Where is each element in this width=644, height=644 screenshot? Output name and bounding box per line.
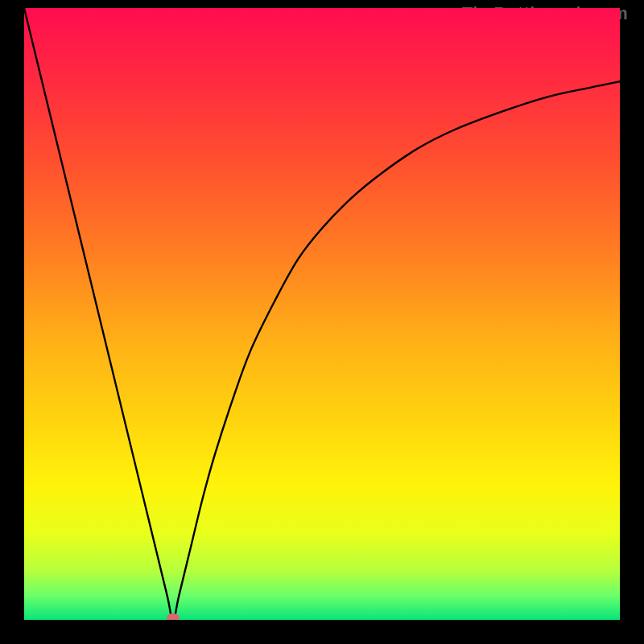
- plot-svg: [24, 8, 620, 620]
- gradient-background: [24, 8, 620, 620]
- chart-stage: TheBottleneck.com: [0, 0, 644, 644]
- plot-area: [24, 8, 620, 620]
